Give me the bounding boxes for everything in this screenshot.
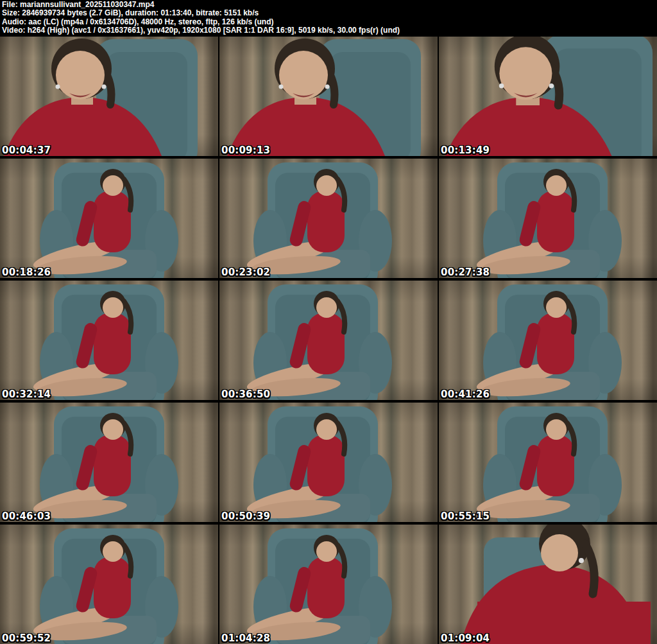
timestamp-overlay: 00:36:50 bbox=[221, 388, 270, 400]
timestamp-overlay: 00:18:26 bbox=[2, 266, 51, 278]
video-thumbnail[interactable]: 00:36:50 bbox=[219, 281, 438, 400]
timestamp-overlay: 00:32:14 bbox=[2, 388, 51, 400]
thumbnail-scene-illustration bbox=[439, 37, 657, 156]
video-thumbnail[interactable]: 00:04:37 bbox=[0, 37, 218, 156]
video-thumbnail[interactable]: 00:18:26 bbox=[0, 159, 218, 278]
thumbnail-scene-illustration bbox=[219, 525, 438, 644]
timestamp-overlay: 00:09:13 bbox=[221, 144, 270, 156]
thumbnail-scene-illustration bbox=[219, 159, 438, 278]
file-info-header: File: mariannsullivant_202511030347.mp4 … bbox=[0, 0, 657, 37]
timestamp-overlay: 00:27:38 bbox=[441, 266, 490, 278]
timestamp-overlay: 00:04:37 bbox=[2, 144, 51, 156]
timestamp-overlay: 00:50:39 bbox=[221, 510, 270, 522]
video-thumbnail[interactable]: 01:04:28 bbox=[219, 525, 438, 644]
thumbnail-scene-illustration bbox=[219, 281, 438, 400]
thumbnail-scene-illustration bbox=[0, 281, 218, 400]
timestamp-overlay: 00:59:52 bbox=[2, 632, 51, 644]
thumbnail-scene-illustration bbox=[0, 403, 218, 522]
thumbnail-grid: 00:04:37 bbox=[0, 37, 657, 644]
video-thumbnail[interactable]: 00:41:26 bbox=[439, 281, 657, 400]
video-thumbnail[interactable]: 00:32:14 bbox=[0, 281, 218, 400]
video-contact-sheet: File: mariannsullivant_202511030347.mp4 … bbox=[0, 0, 657, 644]
thumbnail-scene-illustration bbox=[219, 403, 438, 522]
thumbnail-scene-illustration bbox=[439, 403, 657, 522]
file-size-line: Size: 2846939734 bytes (2.7 GiB), durati… bbox=[2, 9, 654, 17]
video-thumbnail[interactable]: 00:09:13 bbox=[219, 37, 438, 156]
thumbnail-scene-illustration bbox=[439, 281, 657, 400]
file-name-line: File: mariannsullivant_202511030347.mp4 bbox=[2, 1, 654, 9]
thumbnail-scene-illustration bbox=[0, 159, 218, 278]
video-thumbnail[interactable]: 00:23:02 bbox=[219, 159, 438, 278]
video-thumbnail[interactable]: 00:59:52 bbox=[0, 525, 218, 644]
video-thumbnail[interactable]: 00:50:39 bbox=[219, 403, 438, 522]
video-info-line: Video: h264 (High) (avc1 / 0x31637661), … bbox=[2, 26, 654, 35]
video-thumbnail[interactable]: 00:13:49 bbox=[439, 37, 657, 156]
timestamp-overlay: 00:46:03 bbox=[2, 510, 51, 522]
video-thumbnail[interactable]: 00:27:38 bbox=[439, 159, 657, 278]
timestamp-overlay: 00:23:02 bbox=[221, 266, 270, 278]
timestamp-overlay: 00:13:49 bbox=[441, 144, 490, 156]
thumbnail-scene-illustration bbox=[439, 525, 657, 644]
thumbnail-scene-illustration bbox=[0, 37, 218, 156]
thumbnail-scene-illustration bbox=[0, 525, 218, 644]
timestamp-overlay: 01:09:04 bbox=[441, 632, 490, 644]
video-thumbnail[interactable]: 00:55:15 bbox=[439, 403, 657, 522]
video-thumbnail[interactable]: 00:46:03 bbox=[0, 403, 218, 522]
video-thumbnail[interactable]: 01:09:04 bbox=[439, 525, 657, 644]
thumbnail-scene-illustration bbox=[219, 37, 438, 156]
timestamp-overlay: 00:41:26 bbox=[441, 388, 490, 400]
timestamp-overlay: 01:04:28 bbox=[221, 632, 270, 644]
timestamp-overlay: 00:55:15 bbox=[441, 510, 490, 522]
thumbnail-scene-illustration bbox=[439, 159, 657, 278]
audio-info-line: Audio: aac (LC) (mp4a / 0x6134706D), 480… bbox=[2, 18, 654, 26]
